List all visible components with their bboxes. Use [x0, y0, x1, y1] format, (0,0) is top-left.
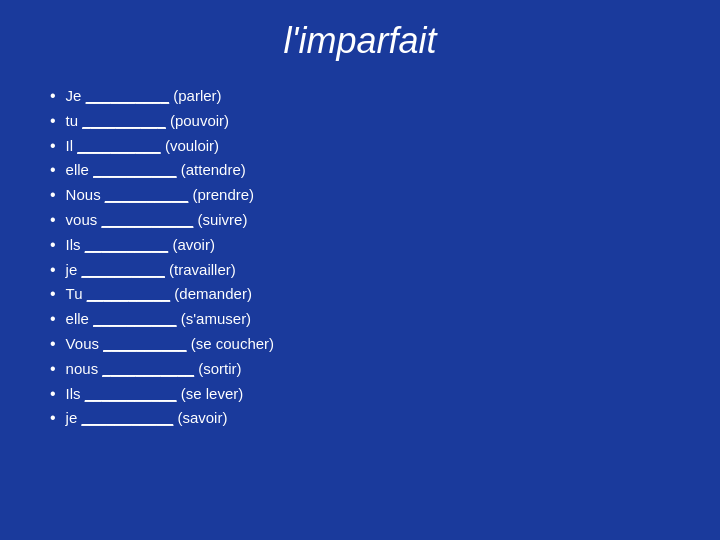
- bullet-icon: •: [50, 332, 56, 357]
- blank-underline: __________: [82, 112, 165, 129]
- blank-underline: ___________: [85, 385, 177, 402]
- blank-underline: __________: [86, 87, 169, 104]
- item-text: Ils __________ (avoir): [66, 233, 215, 256]
- list-item: •elle __________ (s'amuser): [40, 307, 680, 332]
- list-item: •Nous __________ (prendre): [40, 183, 680, 208]
- blank-underline: __________: [77, 137, 160, 154]
- list-item: •elle __________ (attendre): [40, 158, 680, 183]
- item-text: Ils ___________ (se lever): [66, 382, 244, 405]
- bullet-icon: •: [50, 109, 56, 134]
- list-item: •je ___________ (savoir): [40, 406, 680, 431]
- list-item: •nous ___________ (sortir): [40, 357, 680, 382]
- blank-underline: ___________: [101, 211, 193, 228]
- blank-underline: __________: [85, 236, 168, 253]
- list-item: •Vous __________ (se coucher): [40, 332, 680, 357]
- bullet-icon: •: [50, 84, 56, 109]
- list-item: •Il __________ (vouloir): [40, 134, 680, 159]
- item-text: elle __________ (attendre): [66, 158, 246, 181]
- page-title: l'imparfait: [40, 20, 680, 62]
- list-item: •Ils __________ (avoir): [40, 233, 680, 258]
- blank-underline: __________: [103, 335, 186, 352]
- item-text: Je __________ (parler): [66, 84, 222, 107]
- item-text: Tu __________ (demander): [66, 282, 252, 305]
- bullet-icon: •: [50, 307, 56, 332]
- item-text: elle __________ (s'amuser): [66, 307, 252, 330]
- blank-underline: ___________: [81, 409, 173, 426]
- bullet-icon: •: [50, 382, 56, 407]
- exercise-list: •Je __________ (parler)•tu __________ (p…: [40, 84, 680, 431]
- blank-underline: __________: [93, 161, 176, 178]
- item-text: nous ___________ (sortir): [66, 357, 242, 380]
- blank-underline: __________: [105, 186, 188, 203]
- list-item: •vous ___________ (suivre): [40, 208, 680, 233]
- item-text: Vous __________ (se coucher): [66, 332, 275, 355]
- list-item: •Ils ___________ (se lever): [40, 382, 680, 407]
- item-text: vous ___________ (suivre): [66, 208, 248, 231]
- blank-underline: __________: [87, 285, 170, 302]
- bullet-icon: •: [50, 357, 56, 382]
- main-container: l'imparfait •Je __________ (parler)•tu _…: [0, 0, 720, 540]
- item-text: je __________ (travailler): [66, 258, 236, 281]
- bullet-icon: •: [50, 258, 56, 283]
- list-item: •Tu __________ (demander): [40, 282, 680, 307]
- bullet-icon: •: [50, 233, 56, 258]
- bullet-icon: •: [50, 183, 56, 208]
- item-text: Nous __________ (prendre): [66, 183, 254, 206]
- bullet-icon: •: [50, 208, 56, 233]
- list-item: •je __________ (travailler): [40, 258, 680, 283]
- blank-underline: ___________: [102, 360, 194, 377]
- item-text: tu __________ (pouvoir): [66, 109, 229, 132]
- list-item: •Je __________ (parler): [40, 84, 680, 109]
- item-text: Il __________ (vouloir): [66, 134, 219, 157]
- bullet-icon: •: [50, 158, 56, 183]
- blank-underline: __________: [81, 261, 164, 278]
- list-item: •tu __________ (pouvoir): [40, 109, 680, 134]
- bullet-icon: •: [50, 134, 56, 159]
- bullet-icon: •: [50, 282, 56, 307]
- bullet-icon: •: [50, 406, 56, 431]
- item-text: je ___________ (savoir): [66, 406, 228, 429]
- blank-underline: __________: [93, 310, 176, 327]
